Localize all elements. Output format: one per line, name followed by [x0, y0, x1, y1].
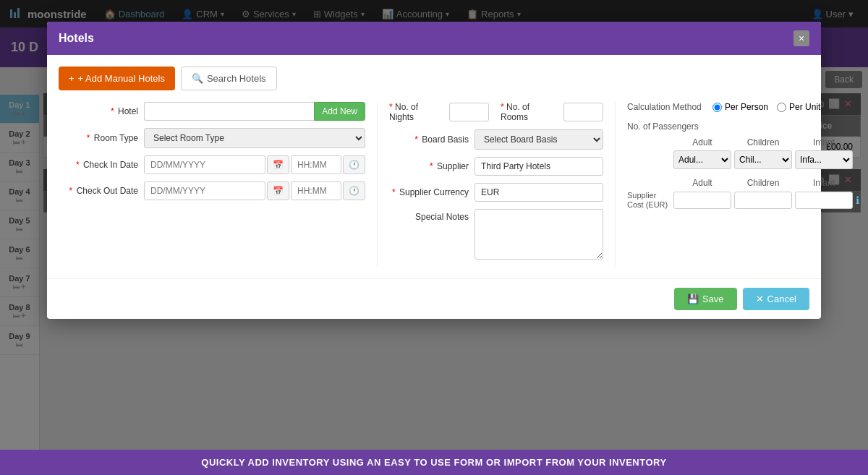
infant-col-header: Infant [795, 137, 853, 147]
modal-footer: 💾 Save ✕ Cancel [47, 278, 821, 319]
pax-select-row: Adul... Chil... Infa... [627, 150, 868, 169]
cancel-button[interactable]: ✕ Cancel [743, 288, 809, 310]
children-cost-header: Children [734, 178, 792, 188]
modal-header: Hotels × [47, 22, 821, 55]
hotel-row: * Hotel Add New [59, 102, 365, 121]
info-icon[interactable]: ℹ [856, 194, 868, 206]
cancel-icon: ✕ [756, 294, 764, 304]
save-icon: 💾 [687, 294, 699, 304]
add-manual-hotels-button[interactable]: + + Add Manual Hotels [59, 67, 175, 90]
room-type-required: * [87, 133, 90, 143]
rooms-input[interactable] [563, 103, 603, 121]
checkout-required: * [69, 186, 73, 196]
per-person-radio[interactable] [712, 103, 722, 112]
special-notes-label: Special Notes [389, 209, 469, 222]
checkout-date-input[interactable] [144, 181, 265, 200]
supplier-currency-label: * Supplier Currency [389, 187, 469, 197]
board-basis-label: * Board Basis [389, 134, 469, 145]
checkin-time-input[interactable] [291, 155, 341, 174]
supplier-cost-label: Supplier Cost (EUR) [627, 191, 671, 210]
checkout-calendar-icon[interactable]: 📅 [267, 181, 289, 200]
search-hotels-button[interactable]: 🔍 Search Hotels [181, 67, 277, 90]
checkin-calendar-icon[interactable]: 📅 [267, 155, 289, 174]
checkout-time-input[interactable] [291, 181, 341, 200]
calc-method-label: Calculation Method [627, 102, 707, 112]
room-type-select[interactable]: Select Room Type [144, 128, 365, 148]
special-notes-textarea[interactable] [475, 209, 603, 260]
plus-icon: + [69, 73, 75, 84]
search-icon: 🔍 [192, 73, 203, 84]
nights-input[interactable] [449, 103, 489, 121]
supplier-cost-adult[interactable] [673, 192, 731, 209]
modal-body: + + Add Manual Hotels 🔍 Search Hotels * [47, 55, 821, 278]
hotel-input[interactable] [144, 102, 314, 121]
supplier-cost-children[interactable] [734, 192, 792, 209]
room-type-row: * Room Type Select Room Type [59, 128, 365, 148]
per-unit-option[interactable]: Per Unit [777, 102, 820, 112]
calc-radio-group: Per Person Per Unit [712, 102, 820, 112]
adult-cost-header: Adult [673, 178, 731, 188]
supplier-input[interactable] [475, 157, 603, 176]
modal-overlay[interactable]: Hotels × + + Add Manual Hotels 🔍 Search … [0, 0, 868, 475]
checkin-input-group: 📅 🕐 [144, 155, 365, 174]
hotels-modal: Hotels × + + Add Manual Hotels 🔍 Search … [47, 22, 821, 319]
supplier-cost-infant[interactable] [795, 192, 853, 209]
checkin-clock-icon[interactable]: 🕐 [343, 155, 365, 174]
checkin-required: * [76, 160, 80, 170]
supplier-currency-row: * Supplier Currency [389, 183, 603, 202]
passengers-column-headers: Adult Children Infant [627, 137, 868, 147]
supplier-cost-section: Adult Children Infant Supplier Cost (EUR… [627, 178, 868, 210]
children-col-header: Children [734, 137, 792, 147]
hotel-label: * Hotel [59, 106, 138, 116]
hotel-input-group: Add New [144, 102, 365, 121]
checkin-date-input[interactable] [144, 155, 265, 174]
board-basis-select[interactable]: Select Board Basis [475, 129, 603, 150]
board-basis-row: * Board Basis Select Board Basis [389, 129, 603, 150]
calc-method-row: Calculation Method Per Person Per Unit [627, 102, 868, 112]
supplier-label: * Supplier [389, 161, 469, 171]
nights-group: * No. of Nights [389, 102, 489, 122]
bottom-banner: QUICKLY ADD INVENTORY USING AN EASY TO U… [0, 450, 868, 475]
checkout-clock-icon[interactable]: 🕐 [343, 181, 365, 200]
modal-toolbar: + + Add Manual Hotels 🔍 Search Hotels [59, 67, 809, 90]
special-notes-row: Special Notes [389, 209, 603, 260]
save-button[interactable]: 💾 Save [674, 288, 737, 310]
modal-close-button[interactable]: × [793, 30, 809, 46]
rooms-label: * No. of Rooms [501, 102, 559, 122]
supplier-row: * Supplier [389, 157, 603, 176]
infant-select[interactable]: Infa... [795, 150, 853, 169]
hotel-required: * [111, 106, 114, 116]
infant-cost-header: Infant [795, 178, 853, 188]
nights-label: * No. of Nights [389, 102, 445, 122]
adult-col-header: Adult [673, 137, 731, 147]
per-person-option[interactable]: Per Person [712, 102, 768, 112]
checkin-label: * Check In Date [59, 160, 138, 170]
checkout-row: * Check Out Date 📅 🕐 [59, 181, 365, 200]
checkout-label: * Check Out Date [59, 186, 138, 196]
adult-select[interactable]: Adul... [673, 150, 731, 169]
add-new-hotel-button[interactable]: Add New [314, 102, 365, 121]
room-type-label: * Room Type [59, 133, 138, 143]
per-unit-radio[interactable] [777, 103, 786, 112]
checkout-input-group: 📅 🕐 [144, 181, 365, 200]
checkin-row: * Check In Date 📅 🕐 [59, 155, 365, 174]
rooms-group: * No. of Rooms [501, 102, 603, 122]
passengers-header: No. of Passengers [627, 121, 868, 132]
supplier-currency-input[interactable] [475, 183, 603, 202]
children-select[interactable]: Chil... [734, 150, 792, 169]
modal-title: Hotels [59, 32, 94, 45]
